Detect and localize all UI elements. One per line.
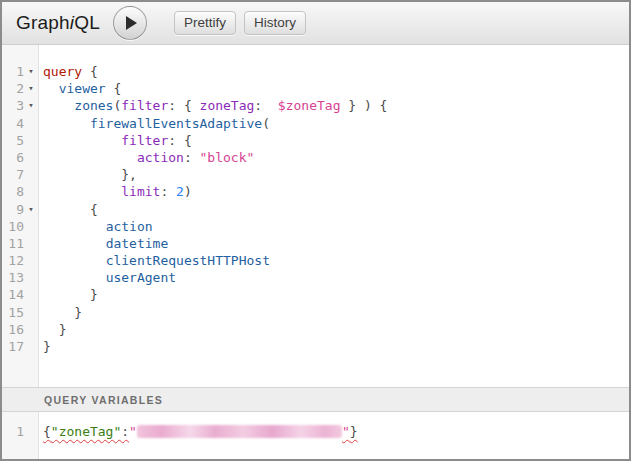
- code-token: "zoneTag": [51, 424, 121, 439]
- code-line[interactable]: filter: {: [43, 132, 629, 149]
- code-token: action: [106, 219, 153, 234]
- code-token: }: [90, 287, 98, 302]
- code-token: [43, 150, 137, 165]
- line-number-gutter: 1▾2▾3▾456789▾1011121314151617: [2, 45, 39, 387]
- prettify-button[interactable]: Prettify: [174, 11, 236, 35]
- variables-line-number-gutter: 1: [2, 412, 39, 459]
- gutter-row: 5: [2, 132, 38, 149]
- gutter-row: 10: [2, 218, 38, 235]
- code-token: [43, 322, 59, 337]
- code-token: :: [160, 184, 176, 199]
- fold-arrow-placeholder: [24, 235, 38, 252]
- code-token: },: [121, 167, 137, 182]
- variables-code-area[interactable]: {"zoneTag":""}: [39, 412, 629, 459]
- code-line[interactable]: action: [43, 218, 629, 235]
- play-icon: [126, 16, 137, 30]
- line-number: 11: [2, 235, 24, 252]
- code-line[interactable]: }: [43, 304, 629, 321]
- execute-button[interactable]: [113, 6, 147, 40]
- code-token: [43, 287, 90, 302]
- app-title-ql: QL: [74, 12, 100, 33]
- fold-arrow-icon[interactable]: ▾: [24, 63, 38, 80]
- fold-arrow-placeholder: [24, 338, 38, 355]
- query-variables-header[interactable]: QUERY VARIABLES: [2, 387, 629, 412]
- code-line[interactable]: },: [43, 166, 629, 183]
- code-line[interactable]: datetime: [43, 235, 629, 252]
- code-line[interactable]: }: [43, 321, 629, 338]
- gutter-row: 16: [2, 321, 38, 338]
- line-number: 1: [2, 423, 24, 440]
- code-line[interactable]: viewer {: [43, 80, 629, 97]
- code-token: [43, 184, 121, 199]
- history-button[interactable]: History: [244, 11, 306, 35]
- gutter-row: 4: [2, 115, 38, 132]
- code-line[interactable]: userAgent: [43, 269, 629, 286]
- code-line[interactable]: firewallEventsAdaptive(: [43, 115, 629, 132]
- gutter-row: 1: [2, 423, 38, 440]
- fold-arrow-placeholder: [24, 423, 38, 440]
- code-token: ": [129, 424, 137, 439]
- code-token: clientRequestHTTPHost: [106, 253, 270, 268]
- code-token: [43, 236, 106, 251]
- gutter-row: 2▾: [2, 80, 38, 97]
- fold-arrow-placeholder: [24, 286, 38, 303]
- line-number: 4: [2, 115, 24, 132]
- code-line[interactable]: }: [43, 286, 629, 303]
- code-token: }: [350, 424, 358, 439]
- code-token: {: [106, 81, 122, 96]
- query-editor[interactable]: 1▾2▾3▾456789▾1011121314151617 query { vi…: [2, 45, 629, 387]
- gutter-row: 13: [2, 269, 38, 286]
- gutter-row: 17: [2, 338, 38, 355]
- line-number: 16: [2, 321, 24, 338]
- query-code-area[interactable]: query { viewer { zones(filter: { zoneTag…: [39, 45, 629, 387]
- code-token: [43, 219, 106, 234]
- code-token: [43, 116, 90, 131]
- code-line[interactable]: {"zoneTag":""}: [43, 423, 629, 440]
- code-token: (: [262, 116, 270, 131]
- code-line[interactable]: }: [43, 338, 629, 355]
- gutter-row: 9▾: [2, 201, 38, 218]
- line-number: 1: [2, 63, 24, 80]
- code-token: {: [90, 202, 98, 217]
- variables-editor[interactable]: 1 {"zoneTag":""}: [2, 412, 629, 459]
- fold-arrow-icon[interactable]: ▾: [24, 80, 38, 97]
- code-token: $zoneTag: [278, 98, 341, 113]
- query-variables-title: QUERY VARIABLES: [44, 394, 163, 406]
- code-token: viewer: [59, 81, 106, 96]
- code-line[interactable]: action: "block": [43, 149, 629, 166]
- code-token: "block": [200, 150, 255, 165]
- line-number: 2: [2, 80, 24, 97]
- code-token: {: [82, 64, 98, 79]
- toolbar: GraphiQL Prettify History: [2, 2, 629, 45]
- code-line[interactable]: clientRequestHTTPHost: [43, 252, 629, 269]
- line-number: 14: [2, 286, 24, 303]
- line-number: 10: [2, 218, 24, 235]
- app-title: GraphiQL: [16, 12, 100, 34]
- code-token: userAgent: [106, 270, 176, 285]
- fold-arrow-placeholder: [24, 132, 38, 149]
- gutter-row: 14: [2, 286, 38, 303]
- code-line[interactable]: zones(filter: { zoneTag: $zoneTag } ) {: [43, 97, 629, 114]
- code-token: :: [121, 424, 129, 439]
- code-token: }: [59, 322, 67, 337]
- code-token: } ) {: [340, 98, 387, 113]
- gutter-row: 8: [2, 183, 38, 200]
- gutter-row: 15: [2, 304, 38, 321]
- fold-arrow-placeholder: [24, 149, 38, 166]
- code-token: }: [43, 339, 51, 354]
- gutter-row: 1▾: [2, 63, 38, 80]
- fold-arrow-icon[interactable]: ▾: [24, 97, 38, 114]
- code-line[interactable]: limit: 2): [43, 183, 629, 200]
- code-token: filter: [121, 133, 168, 148]
- code-line[interactable]: {: [43, 201, 629, 218]
- code-token: zoneTag: [200, 98, 255, 113]
- gutter-row: 3▾: [2, 97, 38, 114]
- gutter-row: 7: [2, 166, 38, 183]
- code-line[interactable]: query {: [43, 63, 629, 80]
- line-number: 7: [2, 166, 24, 183]
- line-number: 15: [2, 304, 24, 321]
- code-token: : {: [168, 133, 191, 148]
- fold-arrow-icon[interactable]: ▾: [24, 201, 38, 218]
- fold-arrow-placeholder: [24, 115, 38, 132]
- code-token: ": [342, 424, 350, 439]
